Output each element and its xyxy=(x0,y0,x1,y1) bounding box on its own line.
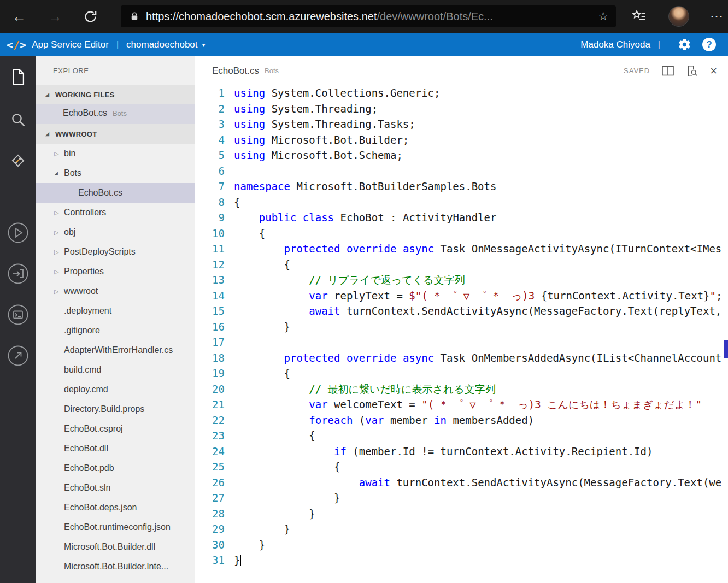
code-line-14[interactable]: var replyText = $"( * ゜ ▽ ゜ * っ)3 {turnC… xyxy=(234,288,728,304)
line-number: 24 xyxy=(195,444,225,460)
code-line-9[interactable]: public class EchoBot : ActivityHandler xyxy=(234,210,728,226)
code-line-2[interactable]: using System.Threading; xyxy=(234,101,728,117)
code-line-29[interactable]: } xyxy=(234,521,728,537)
tree-item-EchoBot.sln[interactable]: EchoBot.sln xyxy=(36,478,195,498)
code-editor[interactable]: 1234567891011121314151617181920212223242… xyxy=(195,85,728,583)
code-line-12[interactable]: { xyxy=(234,257,728,273)
search-icon[interactable] xyxy=(9,111,27,128)
working-files-header[interactable]: ◢ WORKING FILES xyxy=(36,85,195,104)
tree-item-deploy.cmd[interactable]: deploy.cmd xyxy=(36,380,195,399)
code-line-4[interactable]: using Microsoft.Bot.Builder; xyxy=(234,132,728,148)
tree-item-Directory.Build.props[interactable]: Directory.Build.props xyxy=(36,399,195,419)
tree-item-Properties[interactable]: ▷Properties xyxy=(36,262,195,281)
code-line-26[interactable]: await turnContext.SendActivityAsync(Mess… xyxy=(234,475,728,491)
code-line-31[interactable]: } xyxy=(234,552,728,568)
tree-item-obj[interactable]: ▷obj xyxy=(36,222,195,242)
tree-item-Microsoft.Bot.Builder.Inte...[interactable]: Microsoft.Bot.Builder.Inte... xyxy=(36,557,195,576)
chevron-down-icon[interactable]: ▾ xyxy=(202,41,206,49)
code-line-13[interactable]: // リプライで返ってくる文字列 xyxy=(234,272,728,288)
favorites-bar-icon[interactable] xyxy=(631,9,647,24)
tree-item-label: Microsoft.Bot.Builder.dll xyxy=(64,542,155,552)
wwwroot-label: WWWROOT xyxy=(55,130,97,138)
refresh-button[interactable] xyxy=(83,9,98,24)
address-bar[interactable]: https://chomadoechobot.scm.azurewebsites… xyxy=(121,5,616,27)
line-number: 14 xyxy=(195,288,225,304)
tree-item-label: EchoBot.csproj xyxy=(64,424,123,434)
code-line-17[interactable] xyxy=(234,334,728,350)
tree-item-build.cmd[interactable]: build.cmd xyxy=(36,360,195,380)
collapse-icon[interactable]: ◢ xyxy=(45,92,55,97)
open-in-new-icon[interactable] xyxy=(7,345,29,367)
code-line-24[interactable]: if (member.Id != turnContext.Activity.Re… xyxy=(234,444,728,460)
tree-item-.deployment[interactable]: .deployment xyxy=(36,301,195,321)
tree-item-EchoBot.pdb[interactable]: EchoBot.pdb xyxy=(36,458,195,478)
close-icon[interactable]: × xyxy=(710,65,717,77)
console-icon[interactable] xyxy=(7,304,29,326)
split-editor-icon[interactable] xyxy=(662,66,674,76)
tree-item-EchoBot.cs[interactable]: EchoBot.cs xyxy=(36,183,195,203)
bookmark-star-icon[interactable]: ☆ xyxy=(598,10,608,23)
wwwroot-header[interactable]: ◢ WWWROOT xyxy=(36,124,195,144)
tree-item-Controllers[interactable]: ▷Controllers xyxy=(36,203,195,222)
overview-ruler-marker[interactable] xyxy=(724,340,728,358)
collapse-icon[interactable]: ◢ xyxy=(45,131,55,137)
expand-icon[interactable]: ▷ xyxy=(54,249,64,256)
expand-icon[interactable]: ▷ xyxy=(54,150,64,157)
find-in-file-icon[interactable] xyxy=(686,65,698,77)
help-icon[interactable]: ? xyxy=(702,38,716,51)
tree-item-EchoBot.csproj[interactable]: EchoBot.csproj xyxy=(36,419,195,439)
line-number: 20 xyxy=(195,381,225,397)
working-file-echobot[interactable]: EchoBot.cs Bots xyxy=(36,104,195,124)
code-line-28[interactable]: } xyxy=(234,506,728,522)
tree-item-.gitignore[interactable]: .gitignore xyxy=(36,321,195,340)
code-line-21[interactable]: var welcomeText = "( * ゜ ▽ ゜ * っ)3 こんにちは… xyxy=(234,397,728,413)
expand-icon[interactable]: ▷ xyxy=(54,268,64,275)
collapse-icon[interactable]: ◢ xyxy=(54,170,64,176)
tree-item-EchoBot.runtimeconfig.json[interactable]: EchoBot.runtimeconfig.json xyxy=(36,517,195,537)
code-line-7[interactable]: namespace Microsoft.BotBuilderSamples.Bo… xyxy=(234,179,728,195)
code-line-18[interactable]: protected override async Task OnMembersA… xyxy=(234,350,728,366)
tree-item-EchoBot.deps.json[interactable]: EchoBot.deps.json xyxy=(36,498,195,517)
code-line-5[interactable]: using Microsoft.Bot.Schema; xyxy=(234,148,728,163)
expand-icon[interactable]: ▷ xyxy=(54,229,64,236)
code-line-25[interactable]: { xyxy=(234,459,728,475)
tree-item-EchoBot.dll[interactable]: EchoBot.dll xyxy=(36,439,195,458)
export-icon[interactable] xyxy=(7,263,29,285)
expand-icon[interactable]: ▷ xyxy=(54,288,64,295)
tree-item-Microsoft.Bot.Builder.dll[interactable]: Microsoft.Bot.Builder.dll xyxy=(36,537,195,557)
code-line-22[interactable]: foreach (var member in membersAdded) xyxy=(234,413,728,428)
code-line-19[interactable]: { xyxy=(234,366,728,381)
run-icon[interactable] xyxy=(7,222,29,244)
line-number: 27 xyxy=(195,490,225,506)
code-line-3[interactable]: using System.Threading.Tasks; xyxy=(234,116,728,132)
profile-avatar[interactable] xyxy=(668,6,689,27)
code-line-10[interactable]: { xyxy=(234,226,728,242)
code-line-11[interactable]: protected override async Task OnMessageA… xyxy=(234,241,728,257)
tree-item-AdapterWithErrorHandler.cs[interactable]: AdapterWithErrorHandler.cs xyxy=(36,340,195,360)
code-line-8[interactable]: { xyxy=(234,195,728,210)
settings-gear-icon[interactable] xyxy=(678,38,691,51)
tree-item-wwwroot[interactable]: ▷wwwroot xyxy=(36,281,195,301)
url-text[interactable]: https://chomadoechobot.scm.azurewebsites… xyxy=(146,10,590,23)
code-line-6[interactable] xyxy=(234,163,728,179)
tree-item-bin[interactable]: ▷bin xyxy=(36,144,195,163)
back-button[interactable]: ← xyxy=(12,9,26,23)
site-name-dropdown[interactable]: chomadoechobot xyxy=(126,39,197,50)
code-line-15[interactable]: await turnContext.SendActivityAsync(Mess… xyxy=(234,303,728,319)
app-service-editor-bar: </> App Service Editor | chomadoechobot … xyxy=(0,33,728,56)
code-line-16[interactable]: } xyxy=(234,319,728,335)
expand-icon[interactable]: ▷ xyxy=(54,209,64,216)
more-menu-icon[interactable]: ⋯ xyxy=(710,9,724,24)
tree-item-PostDeployScripts[interactable]: ▷PostDeployScripts xyxy=(36,242,195,262)
code-line-23[interactable]: { xyxy=(234,428,728,444)
tree-item-Bots[interactable]: ◢Bots xyxy=(36,163,195,183)
code-line-27[interactable]: } xyxy=(234,490,728,506)
code-lines[interactable]: using System.Collections.Generic;using S… xyxy=(229,85,728,583)
line-number: 6 xyxy=(195,163,225,179)
divider: | xyxy=(658,40,660,50)
code-line-30[interactable]: } xyxy=(234,537,728,553)
code-line-1[interactable]: using System.Collections.Generic; xyxy=(234,85,728,101)
code-line-20[interactable]: // 最初に繋いだ時に表示される文字列 xyxy=(234,381,728,397)
git-icon[interactable] xyxy=(9,151,27,170)
explorer-icon[interactable] xyxy=(9,67,27,87)
